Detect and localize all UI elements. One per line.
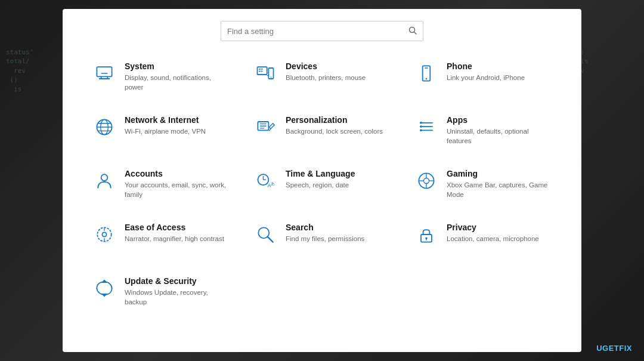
network-title: Network & Internet: [125, 115, 206, 125]
system-desc: Display, sound, notifications, power: [125, 73, 230, 92]
svg-line-1: [414, 32, 417, 34]
accounts-desc: Your accounts, email, sync, work, family: [125, 180, 230, 199]
devices-icon: [253, 61, 277, 85]
svg-text:あ: あ: [271, 181, 275, 186]
ease-desc: Narrator, magnifier, high contrast: [125, 234, 224, 243]
devices-desc: Bluetooth, printers, mouse: [286, 73, 366, 82]
personalization-text: Personalization Background, lock screen,…: [286, 115, 383, 136]
devices-text: Devices Bluetooth, printers, mouse: [286, 61, 366, 82]
svg-point-55: [425, 237, 428, 240]
settings-panel: System Display, sound, notifications, po…: [63, 9, 581, 352]
svg-marker-58: [101, 294, 108, 297]
watermark-suffix: FIX: [619, 344, 632, 353]
gaming-desc: Xbox Game Bar, captures, Game Mode: [447, 180, 552, 199]
ease-title: Ease of Access: [125, 223, 224, 232]
gaming-text: Gaming Xbox Game Bar, captures, Game Mod…: [447, 169, 552, 199]
personalization-icon: [253, 115, 277, 139]
search-text: Search Find my files, permissions: [286, 223, 364, 243]
watermark: UGETFIX: [596, 344, 632, 353]
svg-rect-8: [259, 69, 261, 70]
privacy-desc: Location, camera, microphone: [447, 234, 539, 243]
gaming-icon: [414, 169, 438, 193]
settings-item-network[interactable]: Network & Internet Wi-Fi, airplane mode,…: [86, 107, 236, 155]
personalization-title: Personalization: [286, 115, 383, 125]
svg-point-43: [424, 178, 429, 184]
svg-rect-9: [261, 69, 263, 70]
update-text: Update & Security Windows Update, recove…: [125, 276, 230, 307]
system-title: System: [125, 61, 230, 71]
svg-marker-57: [101, 280, 108, 283]
settings-item-devices[interactable]: Devices Bluetooth, printers, mouse: [247, 53, 397, 101]
search-setting-icon: [253, 223, 277, 246]
svg-line-28: [269, 129, 271, 131]
accounts-icon: [92, 169, 116, 193]
search-bar[interactable]: [221, 21, 423, 41]
ease-text: Ease of Access Narrator, magnifier, high…: [125, 223, 224, 243]
phone-desc: Link your Android, iPhone: [447, 73, 525, 82]
svg-point-49: [102, 232, 106, 236]
settings-item-apps[interactable]: Apps Uninstall, defaults, optional featu…: [408, 107, 558, 155]
svg-point-13: [271, 76, 272, 78]
ease-icon: [92, 223, 116, 246]
accounts-text: Accounts Your accounts, email, sync, wor…: [125, 169, 230, 199]
svg-point-35: [420, 129, 422, 132]
apps-title: Apps: [447, 115, 552, 125]
accounts-title: Accounts: [125, 169, 230, 178]
settings-item-system[interactable]: System Display, sound, notifications, po…: [86, 53, 236, 101]
settings-item-privacy[interactable]: Privacy Location, camera, microphone: [408, 214, 558, 262]
time-desc: Speech, region, date: [286, 180, 355, 190]
network-icon: [92, 115, 116, 139]
privacy-text: Privacy Location, camera, microphone: [447, 223, 539, 243]
search-icon: [408, 26, 417, 36]
privacy-icon: [414, 223, 438, 246]
watermark-highlight: GET: [602, 344, 619, 353]
svg-line-53: [268, 237, 273, 242]
privacy-title: Privacy: [447, 223, 539, 232]
search-title: Search: [286, 223, 364, 232]
time-title: Time & Language: [286, 169, 355, 178]
apps-text: Apps Uninstall, defaults, optional featu…: [447, 115, 552, 146]
svg-rect-11: [261, 71, 263, 72]
system-text: System Display, sound, notifications, po…: [125, 61, 230, 92]
apps-icon: [414, 115, 438, 139]
devices-title: Devices: [286, 61, 366, 71]
search-desc: Find my files, permissions: [286, 234, 364, 243]
settings-item-personalization[interactable]: Personalization Background, lock screen,…: [247, 107, 397, 155]
settings-item-gaming[interactable]: Gaming Xbox Game Bar, captures, Game Mod…: [408, 161, 558, 208]
gaming-title: Gaming: [447, 169, 552, 178]
time-text: Time & Language Speech, region, date: [286, 169, 355, 190]
phone-icon: [414, 61, 438, 85]
system-icon: [92, 61, 116, 85]
personalization-desc: Background, lock screen, colors: [286, 126, 383, 136]
network-desc: Wi-Fi, airplane mode, VPN: [125, 126, 206, 136]
svg-rect-10: [259, 71, 261, 72]
svg-rect-2: [97, 67, 112, 76]
settings-item-phone[interactable]: Phone Link your Android, iPhone: [408, 53, 558, 101]
svg-point-34: [420, 125, 422, 128]
settings-grid: System Display, sound, notifications, po…: [86, 53, 558, 316]
settings-item-accounts[interactable]: Accounts Your accounts, email, sync, wor…: [86, 161, 236, 208]
apps-desc: Uninstall, defaults, optional features: [447, 126, 552, 146]
time-icon: A あ: [253, 169, 277, 193]
update-desc: Windows Update, recovery, backup: [125, 288, 230, 307]
search-input[interactable]: [227, 27, 408, 36]
phone-text: Phone Link your Android, iPhone: [447, 61, 525, 82]
svg-point-36: [101, 174, 108, 181]
watermark-prefix: U: [596, 344, 602, 353]
svg-point-33: [420, 122, 422, 124]
network-text: Network & Internet Wi-Fi, airplane mode,…: [125, 115, 206, 136]
settings-item-ease[interactable]: Ease of Access Narrator, magnifier, high…: [86, 214, 236, 262]
settings-item-update[interactable]: Update & Security Windows Update, recove…: [86, 268, 236, 316]
update-icon: [92, 276, 116, 300]
update-title: Update & Security: [125, 276, 230, 286]
phone-title: Phone: [447, 61, 525, 71]
settings-item-time[interactable]: A あ Time & Language Speech, region, date: [247, 161, 397, 208]
settings-item-search[interactable]: Search Find my files, permissions: [247, 214, 397, 262]
svg-point-17: [426, 78, 428, 80]
